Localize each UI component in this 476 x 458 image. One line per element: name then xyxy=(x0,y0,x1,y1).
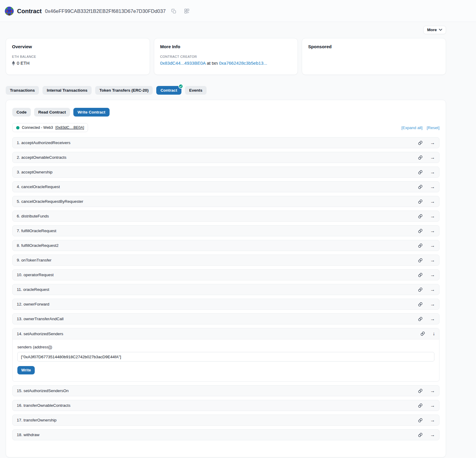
expand-arrow-icon[interactable]: → xyxy=(430,229,435,233)
function-row-ownerForward[interactable]: 12. ownerForward → xyxy=(12,299,439,310)
tab-transactions[interactable]: Transactions xyxy=(6,86,39,95)
function-row-oracleRequest[interactable]: 11. oracleRequest → xyxy=(12,284,439,295)
function-row-operatorRequest[interactable]: 10. operatorRequest → xyxy=(12,269,439,280)
expand-arrow-icon[interactable]: → xyxy=(430,317,435,321)
permalink-icon[interactable] xyxy=(418,185,423,189)
expand-arrow-icon[interactable]: → xyxy=(430,258,435,263)
expand-arrow-icon[interactable]: → xyxy=(430,403,435,408)
permalink-icon[interactable] xyxy=(418,418,423,423)
reset-link[interactable]: [Reset] xyxy=(427,126,439,130)
function-row-cancelOracleRequest[interactable]: 4. cancelOracleRequest → xyxy=(12,181,439,192)
creator-address-link[interactable]: 0x83dC44...4933BE0A xyxy=(160,61,206,66)
function-label: 5. cancelOracleRequestByRequester xyxy=(17,199,83,204)
function-row-transferOwnership[interactable]: 17. transferOwnership → xyxy=(12,415,439,426)
function-row-cancelOracleRequestByRequester[interactable]: 5. cancelOracleRequestByRequester → xyxy=(12,196,439,207)
function-label: 12. ownerForward xyxy=(17,302,49,306)
expand-arrow-icon[interactable]: → xyxy=(430,287,435,292)
senders-input[interactable] xyxy=(17,352,434,362)
main-tabs: Transactions Internal Transactions Token… xyxy=(6,86,446,95)
function-row-acceptOwnableContracts[interactable]: 2. acceptOwnableContracts → xyxy=(12,152,439,163)
expand-arrow-icon[interactable]: → xyxy=(430,389,435,393)
function-row-acceptOwnership[interactable]: 3. acceptOwnership → xyxy=(12,167,439,178)
write-function-list: 1. acceptAuthorizedReceivers → 2. accept… xyxy=(12,137,439,440)
collapse-arrow-icon[interactable]: ↓ xyxy=(433,331,435,336)
function-row-withdraw[interactable]: 18. withdraw → xyxy=(12,429,439,440)
creator-connector-text: at txn xyxy=(207,61,218,66)
expand-arrow-icon[interactable]: → xyxy=(430,418,435,423)
creator-txn-link[interactable]: 0xa7662428c3b5eb13... xyxy=(219,61,267,66)
permalink-icon[interactable] xyxy=(418,155,423,160)
function-label: 3. acceptOwnership xyxy=(17,170,52,174)
copy-address-button[interactable] xyxy=(171,8,177,14)
permalink-icon[interactable] xyxy=(418,258,423,263)
connected-wallet-link[interactable]: [0x83dC....BE0A] xyxy=(55,126,84,130)
function-row-transferOwnableContracts[interactable]: 16. transferOwnableContracts → xyxy=(12,400,439,411)
permalink-icon[interactable] xyxy=(418,140,423,145)
permalink-icon[interactable] xyxy=(418,287,423,292)
function-row-setAuthorizedSenders[interactable]: 14. setAuthorizedSenders ↓ xyxy=(13,328,439,339)
function-label: 18. withdraw xyxy=(17,433,40,437)
contract-creator-line: 0x83dC44...4933BE0A at txn 0xa7662428c3b… xyxy=(160,61,292,66)
function-row-ownerTransferAndCall[interactable]: 13. ownerTransferAndCall → xyxy=(12,313,439,324)
tab-events-label: Events xyxy=(189,88,202,93)
more-dropdown-button[interactable]: More xyxy=(423,26,446,34)
function-row-onTokenTransfer[interactable]: 9. onTokenTransfer → xyxy=(12,255,439,266)
qr-code-button[interactable] xyxy=(184,8,190,14)
permalink-icon[interactable] xyxy=(418,302,423,307)
tab-contract[interactable]: Contract xyxy=(156,86,181,95)
subtab-read-contract-label: Read Contract xyxy=(38,110,66,114)
chevron-down-icon xyxy=(439,29,442,31)
tab-transactions-label: Transactions xyxy=(10,88,35,93)
permalink-icon[interactable] xyxy=(418,273,423,277)
write-button[interactable]: Write xyxy=(17,366,35,374)
expand-arrow-icon[interactable]: → xyxy=(430,140,435,145)
expand-arrow-icon[interactable]: → xyxy=(430,273,435,277)
expand-arrow-icon[interactable]: → xyxy=(430,155,435,160)
sponsored-card: Sponsored xyxy=(302,38,446,75)
function-row-fulfillOracleRequest[interactable]: 7. fulfillOracleRequest → xyxy=(12,225,439,236)
more-dropdown-label: More xyxy=(427,28,437,32)
overview-card-title: Overview xyxy=(12,44,144,49)
function-row-acceptAuthorizedReceivers[interactable]: 1. acceptAuthorizedReceivers → xyxy=(12,137,439,148)
qr-code-icon xyxy=(184,9,189,13)
subtab-read-contract[interactable]: Read Contract xyxy=(34,108,70,117)
expand-arrow-icon[interactable]: → xyxy=(430,302,435,307)
expand-arrow-icon[interactable]: → xyxy=(430,199,435,204)
permalink-icon[interactable] xyxy=(418,433,423,437)
permalink-icon[interactable] xyxy=(418,389,423,393)
permalink-icon[interactable] xyxy=(418,243,423,248)
expand-all-link[interactable]: [Expand all] xyxy=(401,126,423,130)
function-label: 9. onTokenTransfer xyxy=(17,258,51,262)
tab-internal-transactions[interactable]: Internal Transactions xyxy=(43,86,92,95)
expand-arrow-icon[interactable]: → xyxy=(430,214,435,219)
expand-arrow-icon[interactable]: → xyxy=(430,185,435,189)
tab-events[interactable]: Events xyxy=(185,86,207,95)
connection-status-text: Connected - Web3 xyxy=(22,126,53,130)
function-label: 8. fulfillOracleRequest2 xyxy=(17,243,59,248)
function-row-fulfillOracleRequest2[interactable]: 8. fulfillOracleRequest2 → xyxy=(12,240,439,251)
page-title: Contract xyxy=(17,8,42,15)
permalink-icon[interactable] xyxy=(418,199,423,204)
permalink-icon[interactable] xyxy=(418,229,423,233)
eth-balance-row: 0 ETH xyxy=(12,61,144,66)
expand-arrow-icon[interactable]: → xyxy=(430,170,435,175)
subtab-code[interactable]: Code xyxy=(12,108,31,117)
permalink-icon[interactable] xyxy=(420,331,425,336)
permalink-icon[interactable] xyxy=(418,403,423,408)
permalink-icon[interactable] xyxy=(418,317,423,321)
expand-arrow-icon[interactable]: → xyxy=(430,433,435,437)
expand-arrow-icon[interactable]: → xyxy=(430,243,435,248)
permalink-icon[interactable] xyxy=(418,214,423,219)
more-row: More xyxy=(6,26,446,34)
subtab-write-contract[interactable]: Write Contract xyxy=(73,108,110,117)
eth-balance-label: ETH BALANCE xyxy=(12,55,144,58)
overview-card: Overview ETH BALANCE 0 ETH xyxy=(6,38,150,75)
permalink-icon[interactable] xyxy=(418,170,423,175)
tab-token-transfers[interactable]: Token Transfers (ERC-20) xyxy=(95,86,153,95)
function-row-distributeFunds[interactable]: 6. distributeFunds → xyxy=(12,211,439,222)
tab-internal-transactions-label: Internal Transactions xyxy=(47,88,87,93)
subtab-code-label: Code xyxy=(16,110,27,114)
function-label: 11. oracleRequest xyxy=(17,287,49,292)
function-row-setAuthorizedSendersOn[interactable]: 15. setAuthorizedSendersOn → xyxy=(12,385,439,396)
page-content: More Overview ETH BALANCE 0 ETH More Inf… xyxy=(6,26,446,457)
